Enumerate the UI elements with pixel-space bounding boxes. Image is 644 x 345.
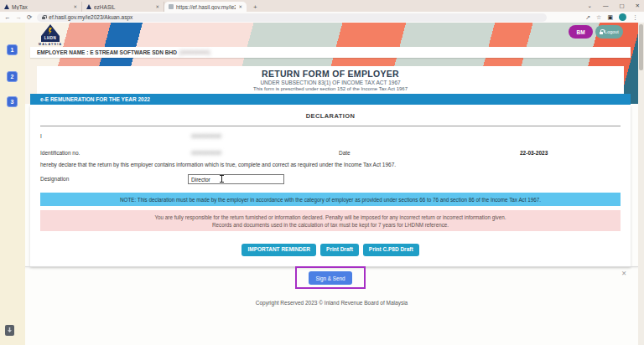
browser-urlbar: ← → ⟳ ef.hasil.gov.my/ie2023/Akuan.aspx … [0,12,644,23]
bookmark-star-icon[interactable]: ☆ [596,14,601,20]
action-button-row: IMPORTANT REMINDER Print Draft Print C.P… [30,244,631,256]
logout-lock-icon [600,32,603,34]
lhdn-logo: LHDN MALAYSIA [39,24,62,46]
date-label: Date [339,150,351,156]
lhdn-logo-subtext: MALAYSIA [39,43,62,46]
address-bar[interactable]: ef.hasil.gov.my/ie2023/Akuan.aspx [37,13,547,22]
dismiss-close-icon[interactable]: ✕ [621,270,626,277]
tab-close-icon[interactable]: ✕ [155,4,159,9]
sign-and-send-button[interactable]: Sign & Send [309,271,352,285]
screen: MyTax ✕ ezHASiL ✕ https://ef.hasil.gov.m… [0,0,644,345]
date-value: 22-03-2023 [520,150,548,156]
lhdn-logo-triangle-icon [41,24,60,36]
declaration-card: DECLARATION I ########## Identification … [30,105,631,266]
extension-icon[interactable]: ▣ [607,14,613,20]
tab-ezhasil[interactable]: ezHASiL ✕ [82,2,164,12]
browser-tabstrip: MyTax ✕ ezHASiL ✕ https://ef.hasil.gov.m… [0,0,644,12]
language-bm-button[interactable]: BM [569,25,593,39]
note-pink-line-2: Records and documents used in the calcul… [212,222,449,228]
tab-active-efhasil[interactable]: https://ef.hasil.gov.my/ie2023... ✕ [164,2,247,12]
logout-button[interactable]: Logout [595,25,623,39]
tab-mytax[interactable]: MyTax ✕ [0,2,82,12]
minimize-icon[interactable]: — [603,3,609,8]
page-scrollbar[interactable] [638,23,644,345]
scrollbar-thumb[interactable] [639,24,643,70]
employer-name-label: EMPLOYER NAME : E STREAM SOFTWARE SDN BH… [37,49,177,55]
designation-input[interactable] [188,174,284,184]
back-icon[interactable]: ← [4,14,11,21]
form-subtitle-2: This form is prescribed under section 15… [37,86,624,91]
print-draft-button[interactable]: Print Draft [320,244,359,256]
tab-title: https://ef.hasil.gov.my/ie2023... [176,4,236,10]
browser-menu-icon[interactable]: ⋮ [632,14,638,20]
urlbar-actions: ↗ ☆ ▣ ⋮ [585,13,640,21]
url-text: ef.hasil.gov.my/ie2023/Akuan.aspx [49,14,132,20]
lhdn-favicon-icon [4,4,9,9]
declaration-divider [40,126,621,126]
document-favicon-icon [169,4,174,9]
step-badge-2[interactable]: 2 [7,71,18,82]
form-title-block: RETURN FORM OF EMPLOYER UNDER SUBSECTION… [37,66,624,94]
identification-redacted: ########## [191,150,221,156]
profile-avatar[interactable] [619,13,626,21]
tab-title: ezHASiL [94,4,153,10]
download-widget-icon[interactable] [5,325,14,336]
designation-label: Designation [40,176,69,182]
declarant-name-redacted: ########## [191,133,221,139]
forward-icon[interactable]: → [16,14,23,21]
note-pink-line-1: You are fully responsible for the return… [154,214,506,220]
copyright-footer: Copyright Reserved 2023 © Inland Revenue… [25,300,638,306]
note-pink-bar: You are fully responsible for the return… [40,210,621,231]
declaration-heading: DECLARATION [30,112,631,120]
print-cp8d-draft-button[interactable]: Print C.P8D Draft [363,244,419,256]
important-reminder-button[interactable]: IMPORTANT REMINDER [242,244,316,256]
card-bottom-divider [25,266,638,267]
lhdn-favicon-icon [86,4,91,9]
form-title: RETURN FORM OF EMPLOYER [37,69,624,79]
tab-close-icon[interactable]: ✕ [238,4,242,9]
tab-title: MyTax [12,4,70,10]
new-tab-button[interactable]: + [247,2,264,12]
close-window-icon[interactable]: ✕ [636,3,640,9]
declaration-statement: hereby declare that the return by this e… [40,162,396,167]
identification-label: Identification no. [40,150,80,156]
step-badge-3[interactable]: 3 [7,96,18,107]
lock-icon [42,17,45,19]
section-bar: e-E REMUNERATION FOR THE YEAR 2022 [30,94,631,105]
tab-search-icon[interactable]: ⌄ [587,3,591,9]
tab-close-icon[interactable]: ✕ [73,4,77,9]
form-subtitle-1: UNDER SUBSECTION 83(1) OF INCOME TAX ACT… [37,80,624,85]
reload-icon[interactable]: ⟳ [27,14,32,21]
share-icon[interactable]: ↗ [585,14,590,20]
maximize-icon[interactable]: ▢ [619,3,624,9]
window-controls: ⌄ — ▢ ✕ [587,0,640,11]
text-cursor-ibeam [220,175,224,183]
lhdn-logo-text: LHDN [41,36,60,42]
logout-label: Logout [605,29,619,34]
employer-name-redacted: (#########) [179,49,210,55]
i-label: I [40,133,42,139]
employer-name-bar: EMPLOYER NAME : E STREAM SOFTWARE SDN BH… [30,47,631,58]
step-badge-1[interactable]: 1 [7,44,18,55]
note-blue-bar: NOTE: This declaration must be made by t… [40,193,621,206]
